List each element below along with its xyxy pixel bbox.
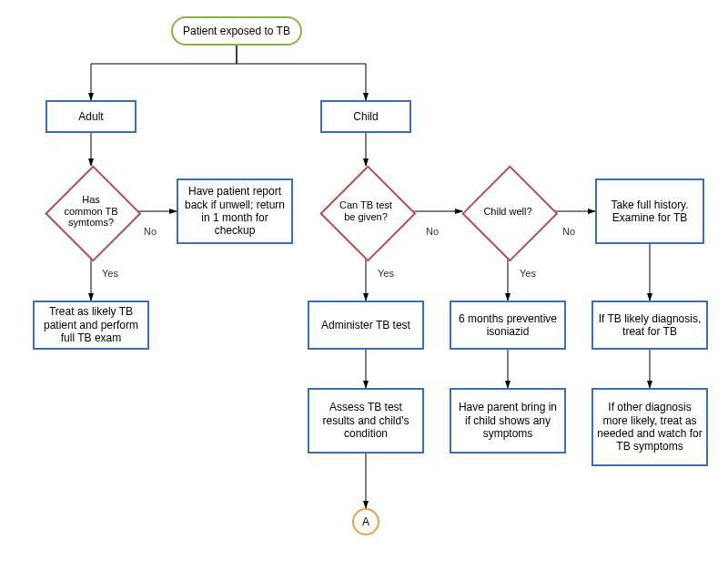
process-likely-diagnosis: If TB likely diagnosis, treat for TB	[592, 301, 708, 350]
process-child: Child	[320, 100, 411, 133]
process-assess-results: Assess TB test results and child's condi…	[308, 388, 424, 454]
edge-label-no: No	[562, 226, 575, 237]
process-other-diagnosis: If other diagnosis more likely, treat as…	[592, 388, 708, 466]
process-parent-bring: Have parent bring in if child shows any …	[450, 388, 566, 454]
connector-a: A	[352, 508, 379, 535]
edge-label-no: No	[144, 226, 157, 237]
edge-label-yes: Yes	[378, 268, 394, 279]
process-administer-test: Administer TB test	[308, 301, 424, 350]
edge-label-yes: Yes	[102, 268, 118, 279]
process-preventive-isoniazid: 6 months preventive isoniazid	[450, 301, 566, 350]
decision-can-tb-test: Can TB test be given?	[320, 166, 411, 257]
edge-label-yes: Yes	[520, 268, 536, 279]
decision-child-well: Child well?	[462, 166, 553, 257]
process-report-back: Have patient report back if unwell; retu…	[177, 178, 293, 244]
process-full-exam: Treat as likely TB patient and perform f…	[33, 301, 149, 350]
decision-label: Can TB test be given?	[320, 166, 411, 257]
decision-label: Child well?	[462, 166, 553, 257]
process-take-history: Take full history. Examine for TB	[595, 178, 704, 244]
edge-label-no: No	[426, 226, 439, 237]
terminator-start: Patient exposed to TB	[171, 16, 302, 46]
decision-label: Has common TB symtoms?	[46, 166, 136, 257]
flowchart-arrows	[0, 0, 728, 581]
process-adult: Adult	[46, 100, 136, 133]
flowchart-canvas: Patient exposed to TB Adult Child Has co…	[0, 0, 728, 581]
decision-has-symptoms: Has common TB symtoms?	[46, 166, 136, 257]
